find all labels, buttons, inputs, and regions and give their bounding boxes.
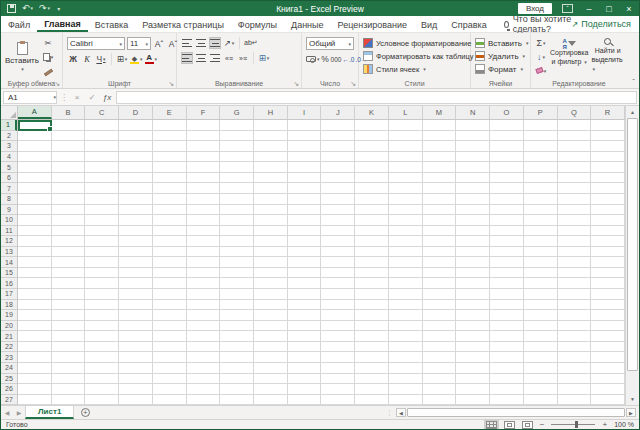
cell[interactable] <box>558 395 592 405</box>
cell[interactable] <box>220 395 254 405</box>
cell[interactable] <box>355 331 389 342</box>
merge-center-icon[interactable]: ⊞▾ <box>258 52 270 64</box>
cell[interactable] <box>321 162 355 173</box>
align-right-icon[interactable] <box>209 52 221 64</box>
cell[interactable] <box>153 374 187 385</box>
cell[interactable] <box>321 384 355 395</box>
cell[interactable] <box>490 215 524 226</box>
cut-icon[interactable]: ✂ <box>42 37 54 49</box>
cell[interactable] <box>490 205 524 216</box>
cell[interactable] <box>558 374 592 385</box>
column-header[interactable]: A <box>18 106 52 119</box>
cell[interactable] <box>288 310 322 321</box>
cell[interactable] <box>456 300 490 311</box>
cell[interactable] <box>355 141 389 152</box>
accounting-format-icon[interactable]: ▾ <box>306 53 320 65</box>
cell[interactable] <box>18 342 52 353</box>
row-header[interactable]: 5 <box>1 162 17 173</box>
name-box[interactable]: A1▾ <box>3 91 57 104</box>
row-header[interactable]: 27 <box>1 395 17 405</box>
cell[interactable] <box>558 289 592 300</box>
cell[interactable] <box>490 226 524 237</box>
cell[interactable] <box>355 289 389 300</box>
cell[interactable] <box>119 310 153 321</box>
cell[interactable] <box>389 247 423 258</box>
cell[interactable] <box>18 374 52 385</box>
cell[interactable] <box>153 247 187 258</box>
column-header[interactable]: F <box>187 106 221 119</box>
cell[interactable] <box>456 215 490 226</box>
cell[interactable] <box>187 257 221 268</box>
cell[interactable] <box>119 321 153 332</box>
cell[interactable] <box>119 194 153 205</box>
cell[interactable] <box>321 374 355 385</box>
cell[interactable] <box>52 247 86 258</box>
cell[interactable] <box>389 215 423 226</box>
dialog-launcher-icon[interactable]: ↘ <box>293 80 299 87</box>
cell[interactable] <box>591 278 625 289</box>
row-header[interactable]: 3 <box>1 141 17 152</box>
cell[interactable] <box>456 289 490 300</box>
cell[interactable] <box>490 247 524 258</box>
cell[interactable] <box>85 310 119 321</box>
cell[interactable] <box>119 395 153 405</box>
cell[interactable] <box>490 183 524 194</box>
cell[interactable] <box>558 226 592 237</box>
cell[interactable] <box>423 384 457 395</box>
column-header[interactable]: D <box>119 106 153 119</box>
cell[interactable] <box>423 131 457 142</box>
cell[interactable] <box>355 300 389 311</box>
cell[interactable] <box>490 257 524 268</box>
cell[interactable] <box>558 321 592 332</box>
tab-file[interactable]: Файл <box>1 18 37 31</box>
cell[interactable] <box>558 342 592 353</box>
cell[interactable] <box>288 363 322 374</box>
cell[interactable] <box>254 236 288 247</box>
cell[interactable] <box>254 162 288 173</box>
increase-font-icon[interactable]: Aˆ <box>153 38 165 50</box>
cell[interactable] <box>153 215 187 226</box>
cell[interactable] <box>490 278 524 289</box>
cell[interactable] <box>591 300 625 311</box>
cell[interactable] <box>524 194 558 205</box>
cell[interactable] <box>52 278 86 289</box>
cell[interactable] <box>187 395 221 405</box>
cell[interactable] <box>119 300 153 311</box>
cell[interactable] <box>456 183 490 194</box>
column-header[interactable]: K <box>355 106 389 119</box>
cell[interactable] <box>254 395 288 405</box>
cell[interactable] <box>153 226 187 237</box>
cell[interactable] <box>355 173 389 184</box>
cell[interactable] <box>18 205 52 216</box>
column-header[interactable]: G <box>220 106 254 119</box>
row-header[interactable]: 10 <box>1 215 17 226</box>
row-header[interactable]: 24 <box>1 363 17 374</box>
cell[interactable] <box>389 120 423 131</box>
cell[interactable] <box>456 131 490 142</box>
cell[interactable] <box>254 131 288 142</box>
cell[interactable] <box>119 257 153 268</box>
cell[interactable] <box>288 300 322 311</box>
cell[interactable] <box>423 194 457 205</box>
cell[interactable] <box>254 352 288 363</box>
cell[interactable] <box>220 268 254 279</box>
bold-button[interactable]: Ж <box>67 53 79 65</box>
cell[interactable] <box>18 183 52 194</box>
cell[interactable] <box>321 205 355 216</box>
cell[interactable] <box>220 331 254 342</box>
cell[interactable] <box>355 352 389 363</box>
cell[interactable] <box>558 247 592 258</box>
cell[interactable] <box>254 342 288 353</box>
autosum-icon[interactable]: Σ▾ <box>535 37 547 50</box>
scroll-right-icon[interactable]: ▶ <box>626 408 636 417</box>
horizontal-scroll-thumb[interactable] <box>407 408 625 417</box>
cell[interactable] <box>220 289 254 300</box>
align-center-icon[interactable] <box>195 52 207 64</box>
cell[interactable] <box>85 289 119 300</box>
row-header[interactable]: 14 <box>1 257 17 268</box>
cell[interactable] <box>220 321 254 332</box>
cell[interactable] <box>490 120 524 131</box>
cell[interactable] <box>321 215 355 226</box>
cell[interactable] <box>220 120 254 131</box>
font-color-icon[interactable]: А▾ <box>145 53 158 65</box>
